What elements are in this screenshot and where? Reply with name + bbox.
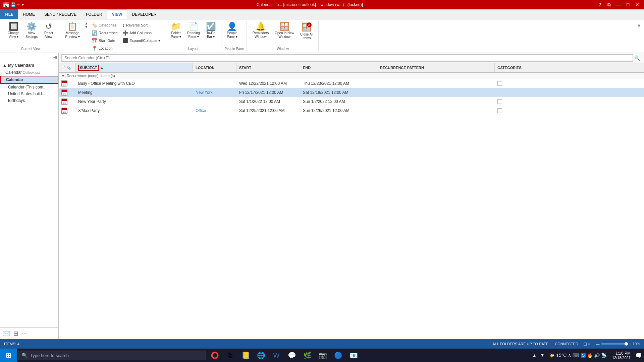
open-new-window-button[interactable]: 🪟 Open in NewWindow — [272, 21, 297, 40]
nav-item-calendar-pst[interactable]: Calendar Outlook.pst — [0, 69, 58, 76]
close-all-items-button[interactable]: 🪟 ✕ Close AllItems — [298, 21, 316, 41]
start-date-button[interactable]: 📅 Start Date — [90, 37, 119, 44]
calendar-icon-2: 31 — [61, 89, 67, 96]
nav-calendar-icon[interactable]: ⊞ — [13, 330, 18, 337]
taskbar-clock[interactable]: 1:16 PM 12/18/2021 — [609, 351, 633, 360]
th-start[interactable]: START — [236, 63, 300, 72]
td-icons-1: 31 — [59, 79, 75, 88]
location-button[interactable]: 📍 Location — [90, 45, 119, 52]
status-view-icon-1[interactable]: □ — [584, 341, 586, 347]
notification-area[interactable]: 🗨️ — [633, 349, 644, 362]
windows-logo-icon: ⊞ — [6, 351, 11, 359]
taskbar-scroll-down[interactable]: ▼ — [538, 349, 546, 362]
volume-icon[interactable]: 🔊 — [594, 353, 600, 358]
restore-button[interactable]: ⧉ — [605, 1, 613, 9]
th-location[interactable]: LOCATION — [193, 63, 236, 72]
tab-view[interactable]: VIEW — [107, 9, 127, 19]
quick-access-undo[interactable]: ↩ — [17, 2, 20, 7]
view-settings-button[interactable]: ⚙️ ViewSettings — [23, 21, 40, 40]
start-button[interactable]: ⊞ — [0, 349, 17, 362]
th-subject[interactable]: SUBJECT ▲ — [75, 63, 193, 72]
scroll-up-button[interactable]: ▲ — [85, 21, 88, 25]
taskbar-icon-green[interactable]: 🌿 — [300, 349, 315, 362]
taskbar-icon-camera[interactable]: 📷 — [315, 349, 330, 362]
table-row[interactable]: 31 New Year Party Sat 1/1/2022 12:00 AM … — [59, 97, 644, 106]
checkbox-1[interactable] — [497, 81, 502, 86]
nav-more-icon[interactable]: ··· — [22, 330, 27, 337]
zoom-handle[interactable] — [625, 342, 628, 346]
reset-view-button[interactable]: ↺ ResetView — [41, 21, 56, 40]
th-recurrence[interactable]: RECURRENCE PATTERN — [377, 63, 495, 72]
nav-bottom-icons: ✉️ ⊞ ··· — [0, 327, 58, 339]
zoom-slider[interactable] — [601, 343, 628, 345]
nav-mail-icon[interactable]: ✉️ — [3, 330, 10, 337]
close-button[interactable]: ✕ — [633, 1, 641, 9]
taskbar-icon-task-view[interactable]: ⧉ — [223, 349, 237, 362]
taskbar-scroll-up[interactable]: ▲ — [530, 349, 538, 362]
nav-section-header-my-calendars[interactable]: ▲ My Calendars — [0, 62, 58, 69]
help-button[interactable]: ? — [596, 1, 604, 9]
taskbar-icon-notes[interactable]: 📒 — [238, 349, 253, 362]
td-location-3 — [193, 100, 236, 103]
flame-icon[interactable]: 🔥 — [587, 353, 593, 358]
expand-collapse-button[interactable]: ⬛ Expand/Collapse ▾ — [121, 37, 162, 44]
taskbar-icon-outlook[interactable]: 📧 — [346, 349, 361, 362]
zoom-level-label: 10% — [633, 342, 640, 346]
add-columns-button[interactable]: ➕ Add Columns — [121, 29, 162, 37]
checkbox-3[interactable] — [497, 99, 502, 104]
nav-item-calender-this-com[interactable]: Calender (This com... — [0, 84, 58, 90]
ribbon-collapse-button[interactable]: ▲ — [637, 22, 641, 27]
tab-folder[interactable]: FOLDER — [81, 9, 107, 19]
table-row[interactable]: 31 Busy - Office Meeting with CEO Wed 12… — [59, 79, 644, 88]
taskbar-icon-word[interactable]: W — [269, 349, 284, 362]
nav-item-birthdays[interactable]: Birthdays — [0, 97, 58, 104]
taskbar-icon-cortana[interactable]: ⭕ — [207, 349, 222, 362]
layout-group-label: Layout — [168, 46, 218, 51]
th-categories[interactable]: CATEGORIES — [495, 63, 644, 72]
calendar-icon-1: 31 — [61, 80, 67, 86]
th-end[interactable]: END — [300, 63, 377, 72]
table-row[interactable]: 31 Meeting New York Fri 12/17/2021 12:00… — [59, 88, 644, 97]
group-row-recurrence[interactable]: ▼ Recurrence: (none): 4 item(s) — [59, 73, 644, 79]
todo-bar-button[interactable]: ☑️ To-DoBar ▾ — [204, 21, 218, 40]
td-subject-1: Busy - Office Meeting with CEO — [75, 80, 193, 87]
taskbar-icon-chrome[interactable]: 🔵 — [331, 349, 345, 362]
minimize-button[interactable]: — — [614, 1, 623, 9]
reminders-window-button[interactable]: 🔔 RemindersWindow — [250, 21, 271, 40]
tab-send-receive[interactable]: SEND / RECEIVE — [40, 9, 81, 19]
table-row[interactable]: 31 X'Max Party Office Sat 12/25/2021 12:… — [59, 106, 644, 115]
taskbar-search-bar[interactable]: 🔍 Type here to search — [18, 351, 206, 360]
nav-item-united-states-holidays[interactable]: United States holid... — [0, 90, 58, 97]
status-view-icon-2[interactable]: ≡ — [588, 341, 590, 347]
categories-button[interactable]: 🏷️ Categories — [90, 21, 119, 29]
reading-pane-button[interactable]: 📄 ReadingPane ▾ — [185, 21, 202, 40]
nav-collapse-button[interactable]: ◀ — [0, 53, 58, 61]
taskbar-icon-teams[interactable]: 💬 — [284, 349, 299, 362]
weather-icon[interactable]: 🌤️ — [549, 353, 555, 358]
search-input[interactable] — [61, 54, 633, 62]
network-icon[interactable]: 📡 — [601, 353, 607, 358]
tab-home[interactable]: HOME — [18, 9, 40, 19]
nav-item-calendar-main[interactable]: Calendar — [0, 76, 58, 84]
message-preview-button[interactable]: 📋 MessagePreview ▾ — [62, 21, 83, 40]
folder-pane-button[interactable]: 📁 FolderPane ▾ — [168, 21, 183, 40]
quick-access-save[interactable]: 💾 — [11, 2, 16, 7]
tab-file[interactable]: FILE — [0, 9, 18, 19]
taskbar-icon-edge[interactable]: 🌐 — [254, 349, 268, 362]
recurrence-button[interactable]: 🔄 Recurrence — [90, 29, 119, 37]
scroll-down-button[interactable]: ▼ — [85, 25, 88, 29]
ribbon-scroll[interactable]: ▲ ▼ — [84, 21, 89, 29]
search-icon[interactable]: 🔍 — [633, 55, 641, 61]
reverse-sort-button[interactable]: ↕ Reverse Sort — [121, 21, 162, 29]
checkbox-4[interactable] — [497, 108, 502, 113]
zoom-in-button[interactable]: + — [629, 342, 631, 346]
outlook-sys-icon[interactable]: O — [581, 353, 586, 358]
change-view-button[interactable]: 🔲 ChangeView ▾ — [5, 21, 22, 40]
maximize-button[interactable]: □ — [624, 1, 632, 9]
expand-sys-tray-icon[interactable]: ∧ — [568, 353, 571, 358]
zoom-out-button[interactable]: — — [596, 342, 600, 346]
people-pane-button[interactable]: 👤 PeoplePane ▾ — [225, 21, 240, 40]
input-method-icon[interactable]: ⌨ — [573, 353, 579, 358]
tab-developer[interactable]: DEVELOPER — [127, 9, 161, 19]
start-date-icon: 📅 — [92, 38, 97, 43]
